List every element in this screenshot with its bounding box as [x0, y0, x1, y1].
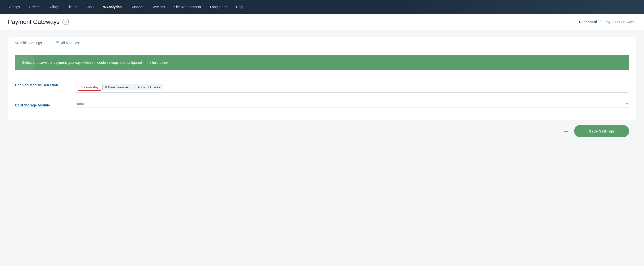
card-storage-select[interactable]: None ▼ [76, 102, 629, 107]
tab-initial-settings-label: Initial Settings [20, 41, 42, 45]
settings-icon: ⚙ [15, 41, 18, 45]
module-tag-account-credits[interactable]: × Account Credits [132, 84, 163, 90]
nav-item-help[interactable]: Help [232, 0, 248, 14]
nav-item-site-management[interactable]: Site Management [170, 0, 206, 14]
tab-all-modules[interactable]: ☰ All Modules [49, 37, 86, 49]
card-storage-value: None [76, 102, 84, 106]
module-tag-bank-transfer[interactable]: × Bank Transfer [102, 84, 131, 90]
list-icon: ☰ [56, 41, 59, 45]
card-storage-label: Card Storage Module [15, 102, 70, 107]
nav-item-services[interactable]: Services [147, 0, 170, 14]
nav-item-languages[interactable]: Languages [206, 0, 232, 14]
remove-account-credits-icon[interactable]: × [134, 85, 136, 89]
module-tag-aamarpay[interactable]: × aamarPay [78, 84, 101, 91]
arrow-indicator: → [563, 128, 569, 134]
nav-item-clients[interactable]: Clients [62, 0, 82, 14]
module-tag-aamarpay-label: aamarPay [84, 85, 98, 89]
save-area: → Save Settings [8, 120, 636, 137]
breadcrumb: Dashboard / Payment Gateways [579, 20, 636, 24]
nav-item-billing[interactable]: Billing [44, 0, 62, 14]
tabs-container: ⚙ Initial Settings ☰ All Modules [8, 37, 636, 49]
gear-icon[interactable]: ⚙ [62, 19, 69, 25]
page-title-area: Payment Gateways ⚙ [8, 18, 69, 25]
breadcrumb-separator: / [600, 20, 601, 24]
tab-all-modules-label: All Modules [61, 41, 79, 45]
card-storage-area: None ▼ [76, 102, 629, 107]
info-banner-text: Select and save the payment gateways who… [22, 61, 170, 65]
tab-initial-settings[interactable]: ⚙ Initial Settings [8, 37, 49, 49]
nav-item-orders[interactable]: Orders [24, 0, 44, 14]
save-settings-button[interactable]: Save Settings [574, 125, 629, 137]
breadcrumb-dashboard-link[interactable]: Dashboard [579, 20, 597, 24]
module-tags-wrapper[interactable]: × aamarPay × Bank Transfer × Account Cre… [76, 82, 629, 93]
nav-item-settings[interactable]: Settings [3, 0, 24, 14]
nav-item-support[interactable]: Support [126, 0, 147, 14]
form-section: Select and save the payment gateways who… [8, 49, 636, 120]
nav-item-wanalytics[interactable]: WAnalytics [98, 0, 126, 14]
nav-item-tools[interactable]: Tools [82, 0, 99, 14]
remove-bank-transfer-icon[interactable]: × [105, 85, 107, 89]
page-title: Payment Gateways [8, 18, 60, 25]
main-content: ⚙ Initial Settings ☰ All Modules Select … [0, 30, 644, 266]
enabled-module-row: Enabled Module Selection × aamarPay × Ba… [15, 77, 629, 97]
top-nav: SettingsOrdersBillingClientsToolsWAnalyt… [0, 0, 644, 14]
module-tags-area: × aamarPay × Bank Transfer × Account Cre… [76, 82, 629, 93]
chevron-down-icon: ▼ [626, 102, 629, 106]
enabled-module-label: Enabled Module Selection [15, 82, 70, 87]
breadcrumb-current: Payment Gateways [604, 20, 634, 24]
module-tag-account-credits-label: Account Credits [138, 85, 160, 89]
info-banner: Select and save the payment gateways who… [15, 55, 629, 70]
page-header: Payment Gateways ⚙ Dashboard / Payment G… [0, 14, 644, 30]
card-storage-row: Card Storage Module None ▼ [15, 97, 629, 112]
module-tag-bank-transfer-label: Bank Transfer [108, 85, 128, 89]
remove-aamarpay-icon[interactable]: × [81, 85, 82, 89]
